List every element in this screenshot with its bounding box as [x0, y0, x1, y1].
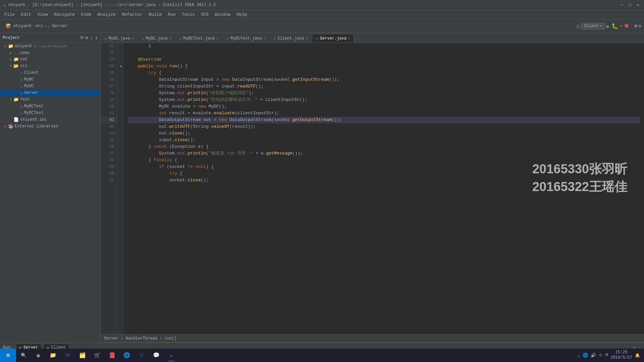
search-button[interactable]: 🔍: [16, 349, 31, 362]
tab-mydcjava[interactable]: ☕ MyDC.java ✕: [101, 34, 138, 43]
tab-close-clientjava[interactable]: ✕: [306, 36, 308, 41]
line-33: 33: [101, 56, 117, 63]
tree-item-iml[interactable]: 📄 shiyan5.iml: [0, 116, 100, 123]
taskbar-network-icon[interactable]: 🌐: [583, 353, 588, 358]
maximize-button[interactable]: ❐: [627, 2, 633, 8]
tab-close-mydcjava[interactable]: ✕: [132, 36, 134, 41]
docs-button[interactable]: 📕: [105, 349, 119, 362]
settings-sidebar-icon[interactable]: ⋮: [89, 35, 94, 41]
line-32: 32: [101, 50, 117, 56]
file-explorer-button[interactable]: 📁: [46, 349, 60, 362]
taskbar-volume-icon[interactable]: 🔊: [591, 353, 596, 358]
tree-item-server[interactable]: ☕ Server: [0, 89, 100, 96]
tab-close-mybcjava[interactable]: ✕: [169, 36, 172, 41]
chat-button[interactable]: 💬: [149, 349, 164, 362]
project-folder-icon: 📁: [8, 44, 13, 49]
tab-clientjava[interactable]: ☕ Client.java ✕: [270, 34, 312, 43]
folder-button[interactable]: 🗂️: [75, 349, 90, 362]
tree-label-mydc: MyDC: [24, 84, 34, 88]
tree-item-client[interactable]: ☕ Client: [0, 69, 100, 76]
collapse-sidebar-icon[interactable]: ↥: [95, 35, 98, 41]
class-icon: ☕: [47, 23, 50, 29]
breadcrumb-server[interactable]: Server: [52, 23, 67, 28]
line-numbers: 31 32 33 34 35 36 37 38 39 40 41 42 43 4…: [101, 43, 117, 334]
breadcrumb-src[interactable]: src: [35, 23, 43, 28]
tree-item-src[interactable]: ▼ 📂 src: [0, 63, 100, 69]
menu-item-run[interactable]: Run: [165, 11, 178, 18]
menu-item-vcs[interactable]: VCS: [198, 11, 211, 18]
tree-item-shiyan5[interactable]: ▼ 📁 shiyan5 D:\java\shiyan5: [0, 43, 100, 50]
tree-item-test[interactable]: ▼ 📁 Test: [0, 96, 100, 103]
sidebar-title: Project: [3, 36, 80, 40]
menu-item-code[interactable]: Code: [78, 11, 94, 18]
tab-serverjava[interactable]: ☕ Server.java ✕: [312, 34, 354, 43]
window-title: shiyan5 – [D:\java\shiyan5] – [shiyan5] …: [8, 3, 619, 7]
menu-item-view[interactable]: View: [35, 11, 50, 18]
close-button[interactable]: ✕: [635, 2, 641, 8]
menu-item-navigate[interactable]: Navigate: [51, 11, 77, 18]
tree-item-mybctest[interactable]: ☕ MyBCTest: [0, 103, 100, 110]
tab-close-mybctestjava[interactable]: ✕: [216, 36, 219, 41]
menu-item-refactor[interactable]: Refactor: [119, 11, 145, 18]
build-icon[interactable]: ⊞: [634, 23, 637, 29]
taskbar-right: ⌄ 🌐 🔊 中 M 15:26 2018/5/27 🔔: [577, 350, 644, 360]
start-button[interactable]: ⊞: [0, 349, 16, 362]
code-content[interactable]: } @Override public void run() { try { Da…: [124, 43, 644, 334]
minimize-button[interactable]: —: [619, 2, 625, 8]
tab-label-mybcjava: MyBC.java: [146, 36, 168, 41]
tree-item-mydc[interactable]: ☕ MyDC: [0, 83, 100, 89]
store-button[interactable]: 🛒: [90, 349, 105, 362]
line-47: 47: [101, 150, 117, 157]
tree-item-mydctest[interactable]: ☕ MyDCTest: [0, 110, 100, 116]
tree-item-out[interactable]: ▶ 📁 out: [0, 56, 100, 63]
coverage-button[interactable]: ☀: [620, 23, 623, 29]
breadcrumb-shiyan5[interactable]: shiyan5: [13, 23, 32, 28]
intellij-button[interactable]: ☕: [164, 349, 178, 362]
word-button[interactable]: W: [60, 349, 75, 362]
code-line-33: @Override: [127, 56, 641, 63]
code-line-36: DataInputStream input = new DataInputStr…: [127, 76, 641, 83]
tree-item-extlibs[interactable]: ▶ 📚 External Libraries: [0, 123, 100, 130]
tree-item-idea[interactable]: ▶ . .idea: [0, 50, 100, 56]
tree-label-mybc: MyBC: [24, 77, 34, 82]
menu-item-help[interactable]: Help: [234, 11, 250, 18]
menu-item-file[interactable]: File: [2, 11, 17, 18]
tab-label-serverjava: Server.java: [320, 36, 346, 41]
tab-mybcjava[interactable]: ☕ MyBC.java ✕: [138, 34, 175, 43]
gear-sidebar-icon[interactable]: ⚙: [85, 35, 88, 41]
toolbar-separator: [574, 23, 574, 29]
taskbar-time[interactable]: 15:26 2018/5/27: [610, 350, 632, 360]
line-39: 39: [101, 97, 117, 103]
stop-button[interactable]: ⏹: [624, 23, 629, 29]
tab-mydctestjava[interactable]: ☕ MyDCTest.java ✕: [223, 34, 269, 43]
taskbar-date: 2018/5/27: [610, 355, 632, 361]
task-view-button[interactable]: ▣: [31, 349, 46, 362]
tree-label-shiyan5: shiyan5 D:\java\shiyan5: [15, 44, 67, 49]
taskbar-settings-icon[interactable]: ⌄: [577, 353, 580, 358]
tree-arrow-idea: ▶: [8, 51, 13, 55]
sync-sidebar-icon[interactable]: ⟳: [80, 35, 84, 41]
run-config-selector[interactable]: Client ▾: [581, 23, 605, 29]
edge-button[interactable]: 🌐: [119, 349, 134, 362]
tree-item-mybc[interactable]: ☕ MyBC: [0, 76, 100, 83]
menu-item-window[interactable]: Window: [212, 11, 233, 18]
taskbar-notification-icon[interactable]: 🔔: [635, 353, 640, 358]
tree-arrow-test: ▼: [8, 98, 13, 102]
taskbar-ime2-label[interactable]: M: [605, 353, 608, 358]
tab-mybctestjava[interactable]: ☕ MyBCTest.java ✕: [175, 34, 222, 43]
music-button[interactable]: ♫: [134, 349, 149, 362]
menu-item-edit[interactable]: Edit: [18, 11, 34, 18]
mydc-class-icon: ☕: [20, 83, 23, 89]
tab-close-mydctestjava[interactable]: ✕: [264, 36, 266, 41]
taskbar-ime-label[interactable]: 中: [599, 353, 603, 358]
window-controls: — ❐ ✕: [619, 2, 641, 8]
debug-button[interactable]: 🐛: [611, 23, 618, 29]
tab-close-serverjava[interactable]: ✕: [348, 36, 351, 41]
menu-item-build[interactable]: Build: [146, 11, 164, 18]
menu-item-tools[interactable]: Tools: [179, 11, 198, 18]
menu-item-analyze[interactable]: Analyze: [95, 11, 118, 18]
run-button[interactable]: ▶: [606, 22, 610, 30]
more-icon[interactable]: ≡: [639, 23, 641, 29]
tree-arrow-src: ▼: [8, 64, 13, 68]
sync-icon[interactable]: ⇅: [576, 22, 580, 30]
